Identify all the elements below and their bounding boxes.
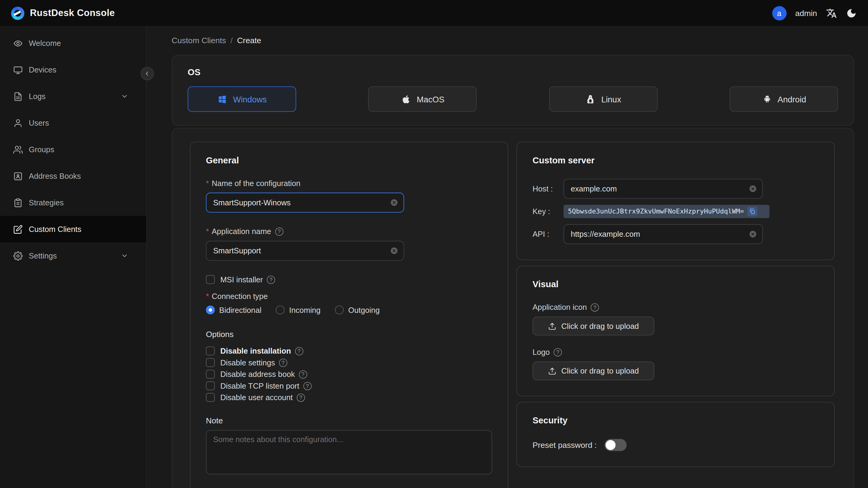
help-icon[interactable]: ?: [295, 347, 303, 355]
users-icon: [13, 145, 23, 154]
connection-type-label-text: Connection type: [212, 292, 268, 301]
os-button-windows[interactable]: Windows: [188, 86, 296, 112]
os-button-linux[interactable]: Linux: [549, 86, 657, 112]
checkbox[interactable]: [206, 382, 215, 390]
checkbox[interactable]: [206, 346, 215, 355]
sidebar-item-groups[interactable]: Groups: [0, 136, 146, 163]
help-icon[interactable]: ?: [303, 382, 311, 390]
general-card: General * Name of the configuration * Ap…: [190, 142, 508, 488]
checkbox[interactable]: [206, 370, 215, 378]
name-input[interactable]: [206, 193, 404, 213]
clear-icon[interactable]: [748, 184, 757, 193]
breadcrumb-section[interactable]: Custom Clients: [172, 36, 226, 45]
dark-mode-moon-icon[interactable]: [846, 7, 857, 19]
visual-title: Visual: [532, 280, 819, 289]
os-options-row: Windows MacOS Linux: [188, 86, 838, 112]
key-value-text: 5Qbwsde3unUcJBtrx9ZkvUmwFNoExHzpryHuPUdq…: [568, 208, 744, 215]
clipboard-icon: [13, 198, 23, 207]
api-input[interactable]: [564, 224, 763, 244]
breadcrumb-separator: /: [230, 36, 232, 45]
option-disable-tcp-listen-port: Disable TCP listen port ?: [206, 382, 492, 390]
api-input-wrap: [564, 224, 763, 244]
os-card-title: OS: [188, 68, 838, 78]
help-icon[interactable]: ?: [299, 370, 307, 378]
sidebar-item-settings[interactable]: Settings: [0, 243, 146, 269]
general-title: General: [206, 155, 492, 165]
sidebar-item-label: Custom Clients: [29, 225, 81, 234]
connection-type-radio-group: Bidirectional Incoming Outgoing: [206, 306, 492, 314]
application-icon-upload-button[interactable]: Click or drag to upload: [532, 316, 654, 335]
os-button-macos[interactable]: MacOS: [368, 86, 476, 112]
user-icon: [13, 118, 23, 127]
note-textarea[interactable]: [206, 430, 492, 475]
upload-icon: [548, 367, 556, 375]
rustdesk-logo-icon: [11, 6, 25, 20]
host-label: Host :: [532, 184, 564, 193]
clear-icon[interactable]: [390, 198, 398, 207]
sidebar-item-devices[interactable]: Devices: [0, 57, 146, 83]
key-value-chip: 5Qbwsde3unUcJBtrx9ZkvUmwFNoExHzpryHuPUdq…: [564, 205, 770, 218]
app-name-input[interactable]: [206, 241, 404, 261]
sidebar-item-users[interactable]: Users: [0, 110, 146, 136]
radio-outgoing[interactable]: Outgoing: [335, 306, 380, 314]
help-icon[interactable]: ?: [554, 348, 562, 356]
radio-label: Bidirectional: [219, 306, 261, 314]
gear-icon: [13, 251, 23, 260]
sidebar-item-logs[interactable]: Logs: [0, 83, 146, 110]
upload-button-label: Click or drag to upload: [561, 366, 639, 375]
help-icon[interactable]: ?: [279, 359, 287, 367]
breadcrumb-current: Create: [237, 36, 261, 45]
help-icon[interactable]: ?: [267, 275, 275, 283]
app-body: Welcome Devices Logs Users Groups Ad: [0, 27, 868, 488]
radio-bidirectional[interactable]: Bidirectional: [206, 306, 261, 314]
help-icon[interactable]: ?: [275, 227, 283, 235]
breadcrumb: Custom Clients / Create: [172, 36, 854, 45]
msi-installer-checkbox[interactable]: [206, 275, 215, 284]
topbar: RustDesk Console a admin: [0, 0, 868, 27]
copy-icon[interactable]: [747, 207, 757, 216]
rustdesk-console-page: RustDesk Console a admin Welcome Devices: [0, 0, 868, 488]
logo-upload-button[interactable]: Click or drag to upload: [532, 362, 654, 380]
app-title: RustDesk Console: [30, 7, 115, 19]
help-icon[interactable]: ?: [591, 303, 599, 311]
help-icon[interactable]: ?: [297, 393, 305, 401]
radio-label: Incoming: [289, 306, 320, 314]
required-mark: *: [206, 179, 209, 187]
translate-icon[interactable]: [826, 7, 837, 19]
checkbox[interactable]: [206, 358, 215, 367]
checkbox[interactable]: [206, 393, 215, 402]
os-button-android[interactable]: Android: [730, 86, 838, 112]
clear-icon[interactable]: [390, 246, 398, 255]
android-icon: [762, 94, 772, 104]
checkbox-label: Disable address book: [220, 370, 295, 378]
preset-password-toggle[interactable]: [604, 439, 627, 451]
edit-square-icon: [13, 224, 23, 234]
security-card: Security Preset password :: [517, 402, 835, 467]
upload-button-label: Click or drag to upload: [561, 322, 639, 330]
sidebar-item-address-books[interactable]: Address Books: [0, 163, 146, 189]
required-mark: *: [206, 292, 209, 301]
key-label: Key :: [532, 207, 564, 216]
user-name[interactable]: admin: [795, 8, 817, 17]
sidebar-item-custom-clients[interactable]: Custom Clients: [0, 216, 146, 243]
custom-server-title: Custom server: [532, 155, 819, 165]
sidebar-item-welcome[interactable]: Welcome: [0, 30, 146, 57]
chevron-left-icon: [144, 70, 151, 77]
option-disable-user-account: Disable user account ?: [206, 393, 492, 402]
checkbox-label: Disable TCP listen port: [220, 382, 299, 390]
avatar-letter: a: [777, 8, 781, 17]
topbar-right: a admin: [772, 6, 857, 20]
checkbox-label: Disable installation: [220, 346, 291, 355]
sidebar-collapse-button[interactable]: [141, 67, 154, 80]
host-input[interactable]: [564, 179, 763, 199]
radio-incoming[interactable]: Incoming: [276, 306, 320, 314]
msi-installer-label: MSI installer: [220, 275, 263, 284]
clear-icon[interactable]: [748, 230, 757, 239]
sidebar-item-strategies[interactable]: Strategies: [0, 189, 146, 216]
windows-icon: [217, 94, 228, 104]
connection-type-label-row: * Connection type: [206, 292, 492, 301]
monitor-icon: [13, 65, 23, 74]
option-disable-installation: Disable installation ?: [206, 346, 492, 355]
preset-password-row: Preset password :: [532, 439, 819, 451]
user-avatar[interactable]: a: [772, 6, 786, 20]
